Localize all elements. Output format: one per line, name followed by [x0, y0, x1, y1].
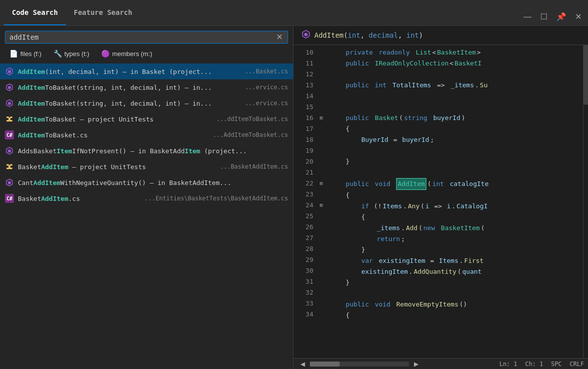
minimize-button[interactable]: — [521, 11, 534, 22]
result-text-7: CantAddItemWithNegativeQuantity() — in B… [18, 179, 288, 186]
result-path-0: ...Basket.cs [241, 68, 288, 75]
code-line-33: public void RemoveEmptyItems() [329, 299, 583, 310]
result-text-6: BasketAddItem — project UnitTests [18, 163, 212, 171]
tab-code-search[interactable]: Code Search [4, 0, 66, 25]
result-path-3: ...ddItemToBasket.cs [213, 116, 289, 123]
filter-files-label: files (f:) [20, 50, 42, 58]
tab-bar: Code Search Feature Search — ☐ 📌 ✕ [0, 0, 588, 26]
result-text-8: BasketAddItem.cs [18, 195, 137, 202]
scrollbar-thumb[interactable] [584, 45, 588, 105]
line-ending-status: CRLF [570, 361, 584, 368]
vertical-scrollbar[interactable] [583, 45, 588, 358]
code-line-30: existingItem.AddQuantity(quant [329, 266, 583, 277]
result-item-5[interactable]: AddsBasketItemIfNotPresent() — in Basket… [0, 143, 293, 159]
code-line-15 [329, 102, 583, 113]
scroll-right-button[interactable]: ▶ [411, 360, 421, 369]
code-line-25: { [329, 212, 583, 223]
result-icon-3 [5, 115, 14, 123]
code-line-24: if (!Items.Any(i => i.CatalogI [329, 201, 583, 212]
search-clear-button[interactable]: ✕ [275, 33, 284, 41]
svg-rect-0 [6, 120, 12, 122]
result-item-7[interactable]: CantAddItemWithNegativeQuantity() — in B… [0, 175, 293, 190]
horizontal-scrollbar[interactable] [310, 362, 409, 367]
wrench-filter-icon: 🔧 [54, 50, 62, 58]
right-panel: AddItem(int, decimal, int) 10 11 12 13 1… [294, 26, 588, 369]
code-line-10: private readonly List<BasketItem> [329, 47, 583, 58]
result-icon-4: C# [5, 130, 14, 139]
editor-title: AddItem(int, decimal, int) [314, 31, 423, 39]
editor-header: AddItem(int, decimal, int) [294, 26, 588, 45]
cs-file-icon-2: C# [5, 194, 14, 203]
result-icon-1 [5, 83, 14, 92]
result-item-8[interactable]: C# BasketAddItem.cs ...Entities\BasketTe… [0, 190, 293, 206]
tab-code-search-label: Code Search [12, 8, 58, 16]
code-line-12 [329, 69, 583, 80]
result-icon-7 [5, 178, 14, 187]
tab-feature-search-label: Feature Search [74, 8, 132, 16]
code-line-32 [329, 288, 583, 299]
code-line-18: BuyerId = buyerId; [329, 134, 583, 145]
code-line-29: var existingItem = Items.First [329, 255, 583, 266]
result-text-2: AddItemToBasket(string, int, decimal, in… [18, 100, 237, 107]
main-content: ✕ 📄 files (f:) 🔧 types (t:) 🟣 members (m… [0, 26, 588, 369]
search-wrapper: ✕ [0, 26, 293, 44]
editor-bottom-bar: ◀ ▶ Ln: 1 Ch: 1 SPC CRLF [294, 358, 588, 369]
code-line-16: public Basket(string buyerId) [329, 113, 583, 123]
result-text-3: AddItemToBasket — project UnitTests [18, 116, 209, 123]
search-box: ✕ [5, 31, 288, 44]
filter-members-label: members (m:) [112, 50, 152, 58]
file-icon: 📄 [9, 50, 18, 58]
result-icon-0 [5, 67, 14, 76]
search-input[interactable] [9, 33, 275, 41]
result-path-2: ...ervice.cs [241, 100, 288, 107]
scroll-left-button[interactable]: ◀ [297, 360, 308, 369]
line-number-status: Ln: 1 [499, 361, 517, 368]
line-numbers: 10 11 12 13 14 15 16 17 18 19 20 21 22 2… [294, 45, 317, 358]
code-line-13: public int TotalItems => _items.Su [329, 80, 583, 91]
code-line-27: return; [329, 234, 583, 245]
result-icon-2 [5, 99, 14, 108]
result-path-1: ...ervice.cs [241, 84, 288, 91]
result-path-4: ...AddItemToBasket.cs [209, 131, 288, 138]
result-text-0: AddItem(int, decimal, int) — in Basket (… [18, 68, 237, 75]
pin-button[interactable]: 📌 [554, 11, 569, 22]
result-path-6: ...BasketAddItem.cs [216, 163, 288, 170]
result-icon-5 [5, 146, 14, 155]
cs-file-icon: C# [5, 130, 14, 139]
result-text-1: AddItemToBasket(string, int, decimal, in… [18, 84, 237, 91]
encoding-status: SPC [551, 361, 562, 368]
code-line-28: } [329, 245, 583, 255]
code-line-31: } [329, 277, 583, 288]
filter-bar: 📄 files (f:) 🔧 types (t:) 🟣 members (m:) [0, 44, 293, 63]
code-line-17: { [329, 123, 583, 134]
filter-members-button[interactable]: 🟣 members (m:) [97, 48, 157, 60]
restore-button[interactable]: ☐ [538, 11, 550, 22]
result-icon-6 [5, 162, 14, 171]
cube-filter-icon: 🟣 [101, 50, 110, 58]
code-line-11: public IReadOnlyCollection<BasketI [329, 58, 583, 69]
editor-cube-icon [301, 30, 310, 41]
code-area: 10 11 12 13 14 15 16 17 18 19 20 21 22 2… [294, 45, 588, 358]
filter-types-button[interactable]: 🔧 types (t:) [49, 48, 94, 60]
filter-files-button[interactable]: 📄 files (f:) [5, 48, 46, 60]
results-list: AddItem(int, decimal, int) — in Basket (… [0, 63, 293, 369]
window-actions: — ☐ 📌 ✕ [521, 11, 584, 25]
svg-rect-7 [8, 165, 10, 168]
result-item-6[interactable]: BasketAddItem — project UnitTests ...Bas… [0, 159, 293, 175]
result-item-3[interactable]: AddItemToBasket — project UnitTests ...d… [0, 111, 293, 127]
fold-gutter: ⊞ ⊞ ⊞ [317, 45, 325, 358]
code-line-34: { [329, 310, 583, 321]
code-line-22: public void AddItem(int catalogIte [329, 178, 583, 190]
result-item-0[interactable]: AddItem(int, decimal, int) — in Basket (… [0, 63, 293, 79]
close-button[interactable]: ✕ [573, 11, 584, 22]
tab-feature-search[interactable]: Feature Search [66, 0, 140, 25]
code-line-23: { [329, 190, 583, 201]
column-number-status: Ch: 1 [525, 361, 543, 368]
result-text-4: AddItemToBasket.cs [18, 131, 205, 139]
code-content[interactable]: private readonly List<BasketItem> public… [325, 45, 583, 358]
svg-rect-3 [8, 118, 10, 120]
result-item-2[interactable]: AddItemToBasket(string, int, decimal, in… [0, 95, 293, 111]
result-item-4[interactable]: C# AddItemToBasket.cs ...AddItemToBasket… [0, 127, 293, 143]
svg-rect-4 [6, 168, 12, 169]
result-item-1[interactable]: AddItemToBasket(string, int, decimal, in… [0, 79, 293, 95]
